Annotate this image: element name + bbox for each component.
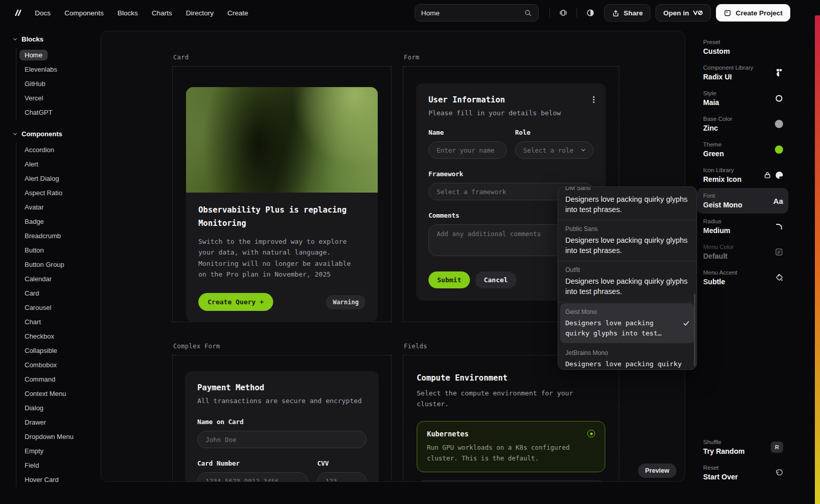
sidebar-item-carousel[interactable]: Carousel [16, 300, 96, 314]
inspector-row-menu-accent[interactable]: Menu Accent Subtle [697, 265, 788, 290]
inspector-row-theme[interactable]: Theme Green [697, 137, 788, 162]
sidebar-item-card[interactable]: Card [16, 286, 96, 300]
share-button[interactable]: Share [604, 4, 651, 22]
sidebar-item-vercel[interactable]: Vercel [16, 91, 96, 105]
font-aa-icon: Aa [773, 197, 783, 205]
sidebar-item-label: Command [19, 374, 60, 385]
sidebar-item-alert[interactable]: Alert [16, 157, 96, 171]
preview-button[interactable]: Preview [638, 464, 676, 478]
layout-frame-button[interactable] [555, 4, 572, 22]
search-input[interactable] [415, 4, 539, 22]
sidebar-item-accordion[interactable]: Accordion [16, 142, 96, 157]
sidebar-item-label: Empty [19, 446, 49, 456]
sidebar-item-field[interactable]: Field [16, 458, 96, 472]
sidebar-item-aspect-ratio[interactable]: Aspect Ratio [16, 185, 96, 200]
font-option-preview: Designers love packing quirky glyphs int… [565, 276, 689, 297]
option-kubernetes[interactable]: Kubernetes Run GPU workloads on a K8s co… [417, 421, 605, 473]
sidebar-item-github[interactable]: GitHub [16, 76, 96, 91]
payment-subtitle: All transactions are secure and encrypte… [197, 397, 366, 405]
theme-contrast-button[interactable] [582, 4, 599, 22]
open-in-v0-button[interactable]: Open in [655, 4, 711, 22]
inspector-row-value: Subtle [703, 277, 782, 286]
sidebar-item-badge[interactable]: Badge [16, 214, 96, 228]
sidebar-item-context-menu[interactable]: Context Menu [16, 386, 96, 401]
app-logo-icon[interactable] [12, 7, 24, 18]
sidebar-item-label: Elevenlabs [19, 64, 63, 75]
sidebar-item-button[interactable]: Button [16, 243, 96, 257]
sidebar-item-home[interactable]: Home [16, 48, 96, 62]
create-query-button[interactable]: Create Query + [198, 293, 273, 311]
inspector-row-font[interactable]: Font Geist Mono Aa [697, 188, 788, 214]
nav-link-blocks[interactable]: Blocks [117, 9, 138, 17]
inspector-row-label: Menu Color [703, 243, 782, 250]
sidebar-section-blocks[interactable]: Blocks [12, 33, 96, 45]
sidebar-item-chart[interactable]: Chart [16, 314, 96, 329]
sidebar-item-label: Vercel [19, 93, 48, 103]
cancel-button[interactable]: Cancel [475, 271, 517, 288]
divider [558, 302, 696, 302]
theme-color-dot-icon [775, 145, 783, 154]
card-number-field[interactable] [197, 472, 308, 482]
create-project-button[interactable]: Create Project [716, 4, 790, 22]
cvv-field[interactable] [317, 472, 366, 482]
inspector-row-radius[interactable]: Radius Medium [697, 214, 788, 239]
promo-card: Observability Plus is replacing Monitori… [186, 87, 378, 322]
inspector-row-base-color[interactable]: Base Color Zinc [697, 111, 788, 137]
sidebar-item-label: Alert Dialog [19, 173, 64, 184]
font-option-jetbrains-mono[interactable]: JetBrains Mono Designers love packing qu… [558, 344, 696, 370]
font-option-geist-mono-selected[interactable]: Geist Mono Designers love packing quirky… [560, 303, 694, 343]
inspector-row-menu-color[interactable]: Menu Color Default [697, 239, 788, 265]
sidebar-item-label: Button [19, 245, 49, 256]
font-option-dm-sans[interactable]: DM Sans Designers love packing quirky gl… [558, 186, 696, 220]
inspector-row-shuffle[interactable]: Shuffle Try Random R [697, 434, 788, 460]
font-option-public-sans[interactable]: Public Sans Designers love packing quirk… [558, 220, 696, 261]
kebab-menu-icon[interactable] [591, 94, 597, 105]
scrollbar-thumb[interactable] [694, 293, 695, 366]
inspector-row-preset[interactable]: Preset Custom [697, 34, 788, 60]
framework-label: Framework [428, 170, 593, 178]
nav-link-directory[interactable]: Directory [186, 9, 214, 17]
inspector-row-value: Zinc [703, 123, 782, 133]
sidebar-item-label: Avatar [19, 202, 49, 213]
sidebar-item-alert-dialog[interactable]: Alert Dialog [16, 171, 96, 185]
inspector-row-style[interactable]: Style Maia [697, 86, 788, 111]
sidebar-item-combobox[interactable]: Combobox [16, 358, 96, 372]
radio-selected-icon[interactable] [587, 430, 595, 437]
nav-link-docs[interactable]: Docs [35, 9, 51, 17]
submit-button[interactable]: Submit [428, 271, 470, 288]
sidebar-item-command[interactable]: Command [16, 372, 96, 386]
inspector-row-label: Theme [703, 141, 782, 148]
option-virtual-machine[interactable]: Virtual Machine [417, 480, 605, 482]
sidebar-item-empty[interactable]: Empty [16, 444, 96, 458]
sidebar-section-components[interactable]: Components [12, 128, 96, 140]
sidebar-item-dropdown-menu[interactable]: Dropdown Menu [16, 429, 96, 444]
section-complex-form: Complex Form Payment Method All transact… [172, 343, 392, 482]
sidebar-item-button-group[interactable]: Button Group [16, 257, 96, 271]
sidebar-item-calendar[interactable]: Calendar [16, 271, 96, 286]
inspector-row-icon-library[interactable]: Icon Library Remix Icon [697, 162, 788, 188]
sidebar-item-dialog[interactable]: Dialog [16, 401, 96, 415]
chevron-down-icon [12, 131, 18, 137]
remix-icon-logo [775, 172, 783, 179]
name-on-card-field[interactable] [197, 431, 366, 448]
font-option-outfit[interactable]: Outfit Designers love packing quirky gly… [558, 261, 696, 302]
sidebar-item-avatar[interactable]: Avatar [16, 200, 96, 214]
inspector-row-component-library[interactable]: Component Library Radix UI [697, 60, 788, 86]
search-field[interactable] [421, 9, 524, 17]
sidebar-item-elevenlabs[interactable]: Elevenlabs [16, 62, 96, 76]
sidebar-item-drawer[interactable]: Drawer [16, 415, 96, 429]
sidebar-item-checkbox[interactable]: Checkbox [16, 329, 96, 343]
section-label: Complex Form [173, 343, 392, 350]
name-field[interactable] [428, 141, 507, 159]
role-select[interactable]: Select a role [515, 141, 593, 159]
nav-link-create[interactable]: Create [228, 9, 249, 17]
reset-undo-icon [775, 469, 783, 477]
sidebar-item-breadcrumb[interactable]: Breadcrumb [16, 228, 96, 243]
inspector-row-reset[interactable]: Reset Start Over [697, 460, 788, 486]
sidebar-item-hover-card[interactable]: Hover Card [16, 472, 96, 487]
sidebar-item-collapsible[interactable]: Collapsible [16, 343, 96, 358]
sidebar-item-chatgpt[interactable]: ChatGPT [16, 105, 96, 119]
role-select-value: Select a role [523, 146, 573, 154]
nav-link-components[interactable]: Components [65, 9, 104, 17]
nav-link-charts[interactable]: Charts [152, 9, 172, 17]
